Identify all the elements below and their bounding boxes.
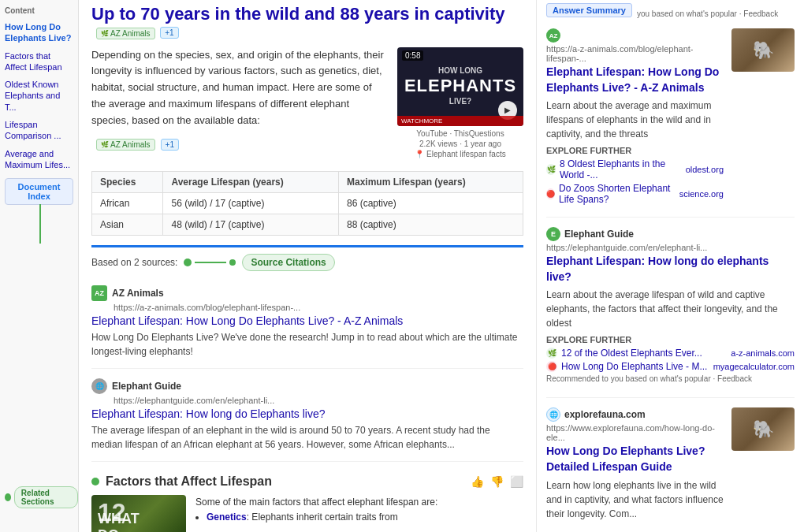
video-source: YouTube · ThisQuestions (397, 129, 523, 138)
right-url-guide: https://elephantguide.com/en/elephant-li… (546, 243, 795, 252)
source-url-az: https://a-z-animals.com/blog/elephant-li… (114, 303, 523, 312)
sidebar-item-oldest[interactable]: Oldest Known Elephants and T... (5, 77, 73, 114)
right-link-explorefauna[interactable]: How Long Do Elephants Live? Detailed Lif… (546, 444, 724, 474)
sources-dots (184, 259, 236, 266)
source-url-guide: https://elephantguide.com/en/elephant-li… (114, 396, 523, 405)
source-citations-button[interactable]: Source Citations (242, 254, 334, 271)
sidebar-content-label: Content (5, 6, 73, 15)
video-views: 2.2K views · 1 year ago (397, 140, 523, 148)
right-desc-guide: Learn about the average lifespan of wild… (546, 288, 795, 330)
sources-label: Based on 2 sources: (91, 257, 177, 268)
source-desc-az: How Long Do Elephants Live? We've done t… (91, 330, 523, 359)
source-logo-az: AZ (91, 285, 107, 301)
sidebar-item-factors[interactable]: Factors that Affect Lifespan (5, 49, 73, 75)
source-logo-guide: 🌐 (91, 378, 107, 394)
right-url-az: https://a-z-animals.com/blog/elephant-li… (546, 44, 724, 63)
answer-summary-badge: Answer Summary (546, 3, 632, 17)
factors-heading: Factors that Affect Lifespan (106, 474, 272, 489)
az2-icon: 🌿 (546, 348, 557, 359)
table-header-max: Maximum Lifespan (years) (338, 171, 523, 192)
factors-text: Some of the main factors that affect ele… (195, 495, 437, 532)
plus-badge[interactable]: +1 (160, 27, 178, 39)
body-text: Depending on the species, sex, and origi… (91, 47, 388, 129)
related-sections-badge: Related Sections (14, 486, 78, 508)
clock-icon: 🔴 (546, 361, 557, 372)
cell-species-1: African (92, 192, 163, 214)
thumbs-up-icon[interactable]: 👍 (471, 475, 484, 488)
explore-further-label-az: EXPLORE FURTHER (546, 146, 724, 155)
video-duration: 0:58 (402, 50, 423, 61)
plus-badge-2[interactable]: +1 (161, 139, 179, 151)
right-thumb-explorefauna: 🐘 (731, 407, 795, 451)
main-content: Up to 70 years in the wild and 88 years … (79, 0, 536, 532)
thumbs-down-icon[interactable]: 👎 (490, 475, 504, 488)
right-item-az: AZ https://a-z-animals.com/blog/elephant… (546, 28, 795, 218)
table-row-african: African 56 (wild) / 17 (captive) 86 (cap… (92, 192, 523, 214)
right-desc-explorefauna: Learn how long elephants live in the wil… (546, 478, 724, 521)
sidebar-item-comparison[interactable]: Lifespan Comparison ... (5, 117, 73, 143)
document-index-badge[interactable]: Document Index (5, 178, 73, 205)
az-badge-2[interactable]: 🌿 AZ Animals (96, 139, 155, 151)
video-caption: 📍 Elephant lifespan facts (397, 150, 523, 158)
table-header-species: Species (92, 171, 163, 192)
feedback-text-top: you based on what's popular · Feedback (637, 9, 778, 18)
sources-bar: Based on 2 sources: Source Citations (91, 245, 523, 277)
zoo-icon: 🔴 (546, 188, 555, 199)
sidebar-item-average[interactable]: Average and Maximum Lifes... (5, 147, 73, 173)
recommended-text: Recommended to you based on what's popul… (546, 374, 795, 383)
oldest-icon: 🌿 (546, 164, 556, 175)
source-desc-guide: The average lifespan of an elephant in t… (91, 423, 523, 452)
main-heading: Up to 70 years in the wild and 88 years … (91, 4, 505, 24)
source-name-az: AZ Animals (112, 288, 164, 299)
right-desc-az: Learn about the average and maximum life… (546, 99, 724, 141)
right-logo-explorefauna: 🌐 (546, 407, 560, 422)
right-item-guide: E Elephant Guide https://elephantguide.c… (546, 227, 795, 398)
right-url-explorefauna: https://www.explorefauna.com/how-long-do… (546, 423, 724, 442)
cell-species-2: Asian (92, 214, 163, 235)
section-dot (91, 478, 99, 485)
right-logo-az: AZ (546, 28, 560, 43)
source-link-guide[interactable]: Elephant Lifespan: How long do Elephants… (91, 407, 523, 420)
right-link-az[interactable]: Elephant Lifespan: How Long Do Elephants… (546, 65, 724, 95)
explore-further-label-guide: EXPLORE FURTHER (546, 335, 795, 344)
az-badge[interactable]: 🌿 AZ Animals (96, 28, 155, 39)
video-thumbnail[interactable]: 0:58 HOW LONG ELEPHANTS LIVE? ▶ WATCHMOR… (397, 47, 523, 158)
source-item-guide: 🌐 Elephant Guide https://elephantguide.c… (91, 378, 523, 462)
source-item-az: AZ AZ Animals https://a-z-animals.com/bl… (91, 285, 523, 369)
lifespan-table: Species Average Lifespan (years) Maximum… (91, 171, 523, 236)
sidebar-item-how-long[interactable]: How Long Do Elephants Live? (5, 20, 73, 46)
source-link-az[interactable]: Elephant Lifespan: How Long Do Elephants… (91, 314, 523, 327)
right-thumb-az: 🐘 (731, 28, 795, 72)
explore-link-oldest-ever[interactable]: 🌿 12 of the Oldest Elephants Ever... a-z… (546, 348, 795, 359)
factors-section: Factors that Affect Lifespan 👍 👎 ⬜ 12 WH… (91, 474, 523, 532)
cell-max-2: 88 (captive) (338, 214, 523, 235)
cell-max-1: 86 (captive) (338, 192, 523, 214)
cell-avg-2: 48 (wild) / 17 (captive) (163, 214, 339, 235)
explore-link-zoos[interactable]: 🔴 Do Zoos Shorten Elephant Life Spans? s… (546, 183, 724, 205)
genetics-label: Genetics (207, 512, 247, 523)
right-logo-guide: E (546, 227, 560, 241)
sidebar: Content How Long Do Elephants Live? Fact… (0, 0, 79, 532)
explore-link-myage[interactable]: 🔴 How Long Do Elephants Live - M... myag… (546, 361, 795, 372)
right-item-explorefauna: 🌐 explorefauna.com https://www.explorefa… (546, 407, 795, 532)
cell-avg-1: 56 (wild) / 17 (captive) (163, 192, 339, 214)
source-name-guide: Elephant Guide (112, 381, 181, 392)
right-link-guide[interactable]: Elephant Lifespan: How long do elephants… (546, 254, 795, 285)
share-icon[interactable]: ⬜ (510, 475, 523, 488)
explore-link-oldest[interactable]: 🌿 8 Oldest Elephants in the World -... o… (546, 158, 724, 180)
table-header-average: Average Lifespan (years) (163, 171, 339, 192)
factors-image: 12 WHATDO (91, 495, 186, 532)
right-panel: Answer Summary you based on what's popul… (536, 0, 804, 532)
table-row-asian: Asian 48 (wild) / 17 (captive) 88 (capti… (92, 214, 523, 235)
